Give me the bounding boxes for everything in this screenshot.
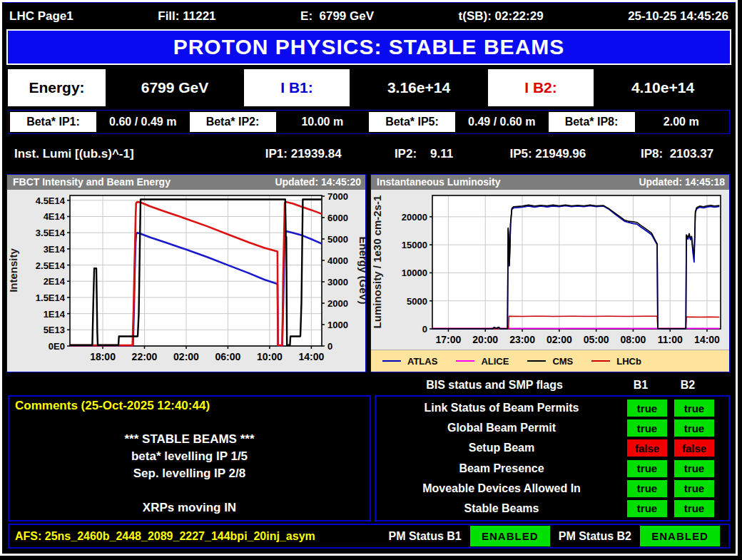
svg-text:7000: 7000 xyxy=(327,191,348,202)
beta-ip2-label: Beta* IP2: xyxy=(190,112,276,132)
svg-text:18:00: 18:00 xyxy=(90,351,116,362)
svg-text:02:00: 02:00 xyxy=(173,351,199,362)
svg-text:3E14: 3E14 xyxy=(44,244,66,255)
lumi-chart-legend: ATLAS ALICE CMS LHCb xyxy=(371,350,729,372)
svg-text:10:00: 10:00 xyxy=(257,351,283,362)
legend-item-lhcb: LHCb xyxy=(591,356,641,367)
lumi-ip2: IP2: 9.11 xyxy=(371,147,477,161)
beam-energy: E: 6799 GeV xyxy=(300,9,374,24)
bis-flag-b2: true xyxy=(674,500,714,517)
afs-scheme: AFS: 25ns_2460b_2448_2089_2227_144bpi_20… xyxy=(9,530,315,543)
svg-text:1000: 1000 xyxy=(327,320,348,330)
bis-row-global-permit: Global Beam Permit true true xyxy=(376,419,728,437)
lhcb-line-swatch xyxy=(591,360,610,362)
svg-text:0: 0 xyxy=(327,341,332,352)
datetime: 25-10-25 14:45:26 xyxy=(628,9,728,24)
pm-status-b1-value: ENABLED xyxy=(470,526,550,546)
legend-label-lhcb: LHCb xyxy=(616,356,641,367)
lumi-ip1: IP1: 21939.84 xyxy=(236,147,371,161)
intensity-b2-label: I B2: xyxy=(488,69,594,106)
svg-text:20:00: 20:00 xyxy=(472,334,498,345)
comment-line: *** STABLE BEAMS *** xyxy=(15,431,364,448)
lumi-chart-title: Instantaneous Luminosity xyxy=(377,176,500,188)
fill-number: Fill: 11221 xyxy=(158,9,215,24)
instantaneous-luminosity-chart: 17:0020:0023:0002:0005:0008:0011:0014:00… xyxy=(371,190,729,350)
bis-row-beam-presence: Beam Presence true true xyxy=(376,459,728,478)
bis-col-b1: B1 xyxy=(621,379,661,392)
luminosity-chart-panel: Instantaneous Luminosity Updated: 14:45:… xyxy=(370,174,730,372)
bis-flag-b1: true xyxy=(627,399,667,417)
bis-flag-b2: true xyxy=(674,460,714,477)
pm-status-b2-value: ENABLED xyxy=(640,526,720,546)
lumi-ip8: IP8: 2103.37 xyxy=(619,147,736,161)
svg-text:0: 0 xyxy=(422,324,427,335)
inst-lumi-row: Inst. Lumi [(ub.s)^-1] IP1: 21939.84 IP2… xyxy=(2,134,736,174)
cms-line-swatch xyxy=(527,360,546,362)
bis-row-link-status: Link Status of Beam Permits true true xyxy=(376,399,728,417)
svg-text:2.5E14: 2.5E14 xyxy=(36,260,66,270)
svg-text:2E14: 2E14 xyxy=(44,276,66,287)
bis-flags-box: Link Status of Beam Permits true true Gl… xyxy=(375,395,730,521)
bis-flag-b2: true xyxy=(674,399,714,417)
inst-lumi-label: Inst. Lumi [(ub.s)^-1] xyxy=(2,147,236,161)
svg-text:06:00: 06:00 xyxy=(215,351,241,362)
bis-flag-b2: true xyxy=(674,419,714,437)
svg-text:3000: 3000 xyxy=(327,277,348,287)
comment-line: Sep. levelling IP 2/8 xyxy=(15,465,364,482)
bis-row-label: Beam Presence xyxy=(376,462,627,475)
svg-text:23:00: 23:00 xyxy=(509,334,535,345)
svg-text:10000: 10000 xyxy=(402,268,427,278)
comment-line xyxy=(15,482,364,499)
legend-label-cms: CMS xyxy=(552,356,573,367)
bis-row-label: Global Beam Permit xyxy=(376,422,627,434)
lumi-ip5: IP5: 21949.96 xyxy=(477,147,619,161)
beta-ip8-value: 2.00 m xyxy=(635,112,728,132)
fbct-chart-title: FBCT Intensity and Beam Energy xyxy=(13,176,171,188)
beta-ip5-value: 0.49 / 0.60 m xyxy=(455,112,549,132)
legend-item-cms: CMS xyxy=(527,356,573,367)
beta-star-row: Beta* IP1: 0.60 / 0.49 m Beta* IP2: 10.0… xyxy=(8,110,730,134)
beta-ip8-label: Beta* IP8: xyxy=(549,112,635,132)
svg-text:5000: 5000 xyxy=(407,296,427,307)
svg-text:05:00: 05:00 xyxy=(584,334,609,345)
bis-flag-b1: true xyxy=(627,460,667,477)
lhc-page1-display: LHC Page1 Fill: 11221 E: 6799 GeV t(SB):… xyxy=(0,0,738,556)
pm-status-b1-label: PM Status B1 xyxy=(389,530,462,543)
bis-row-setup-beam: Setup Beam false false xyxy=(376,439,728,457)
bis-row-label: Moveable Devices Allowed In xyxy=(376,482,627,495)
svg-text:Luminosity / 1e30 cm-2s-1: Luminosity / 1e30 cm-2s-1 xyxy=(371,195,383,328)
svg-text:1E14: 1E14 xyxy=(44,308,66,319)
bis-row-label: Setup Beam xyxy=(376,442,627,454)
bis-flag-b1: true xyxy=(627,480,667,497)
lumi-chart-updated: Updated: 14:45:18 xyxy=(639,176,725,188)
legend-item-atlas: ATLAS xyxy=(382,356,437,367)
bis-header-row: BIS status and SMP flags B1 B2 xyxy=(2,375,736,395)
pm-status-b2-label: PM Status B2 xyxy=(559,530,631,543)
top-status-bar: LHC Page1 Fill: 11221 E: 6799 GeV t(SB):… xyxy=(2,2,736,29)
bis-row-label: Link Status of Beam Permits xyxy=(376,402,627,414)
svg-text:4.5E14: 4.5E14 xyxy=(36,195,66,206)
fbct-chart-header: FBCT Intensity and Beam Energy Updated: … xyxy=(7,175,365,190)
svg-text:0E0: 0E0 xyxy=(49,341,65,352)
svg-text:4000: 4000 xyxy=(327,255,348,266)
alice-line-swatch xyxy=(456,360,474,362)
svg-text:6000: 6000 xyxy=(327,213,348,223)
svg-text:4E14: 4E14 xyxy=(44,211,66,222)
beam-mode-title: PROTON PHYSICS: STABLE BEAMS xyxy=(173,35,565,59)
bis-flag-b1: false xyxy=(627,439,667,457)
intensity-b2-value: 4.10e+14 xyxy=(596,69,730,106)
svg-text:Energy (GeV): Energy (GeV) xyxy=(357,236,365,304)
svg-text:14:00: 14:00 xyxy=(298,351,324,362)
legend-item-alice: ALICE xyxy=(456,356,509,367)
svg-text:2000: 2000 xyxy=(327,298,348,309)
bis-col-b2: B2 xyxy=(668,379,708,392)
bis-row-stable-beams: Stable Beams true true xyxy=(376,499,728,518)
intensity-b1-label: I B1: xyxy=(244,69,350,106)
svg-text:20000: 20000 xyxy=(402,212,427,223)
bis-flag-b1: true xyxy=(627,419,667,437)
bis-header-title: BIS status and SMP flags xyxy=(368,379,621,392)
comment-line: XRPs moving IN xyxy=(15,499,364,516)
svg-text:08:00: 08:00 xyxy=(621,334,646,345)
beam-mode-banner: PROTON PHYSICS: STABLE BEAMS xyxy=(6,29,731,65)
bis-flag-b2: true xyxy=(674,480,714,497)
